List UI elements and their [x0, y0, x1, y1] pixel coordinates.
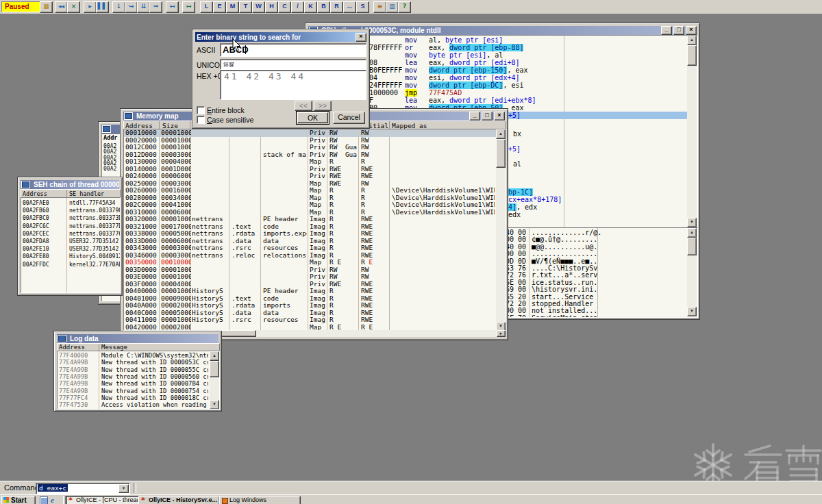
pane-button-b[interactable]: B [317, 1, 330, 13]
memory-map-row[interactable]: 0024000000006000PrivRWERWE [124, 173, 496, 180]
pane-button-t[interactable]: T [239, 1, 252, 13]
seh-row[interactable]: 00A2FE10USER32.77D35142 [21, 245, 120, 253]
chevron-down-icon[interactable]: ▼ [119, 484, 129, 493]
seh-row[interactable]: 00A2FE80HistoryS.00409124 [21, 253, 120, 260]
memory-map-row[interactable]: 0012D00000003000stack of maPrivRW GuarRW [124, 151, 496, 159]
memory-map-table[interactable]: 0001000000001000PrivRWRW0002000000001000… [123, 129, 506, 331]
memory-map-row[interactable]: 0040C00000005000HistoryS.datadataImagRRW… [124, 310, 496, 317]
pane-button-l[interactable]: L [200, 1, 213, 13]
pause-button[interactable]: ▌▌ [96, 1, 109, 13]
pane-button-m[interactable]: M [226, 1, 239, 13]
vertical-scrollbar[interactable]: ▲▼ [496, 129, 506, 331]
memory-map-row[interactable]: 0028000000034000MapRR\Device\HarddiskVol… [124, 194, 496, 202]
start-button[interactable]: Start [1, 496, 36, 504]
search-forward-button[interactable]: >> [314, 101, 332, 111]
seh-row[interactable]: 00A2FAE0ntdll.77F45A34 [21, 199, 120, 207]
restore-button[interactable]: □ [673, 26, 684, 35]
log-titlebar[interactable]: Log data [57, 334, 219, 343]
memory-map-row[interactable]: 0001000000001000PrivRWRW [124, 129, 496, 137]
dialog-titlebar[interactable]: Enter binary string to search for × [195, 32, 366, 42]
taskbar-task-1[interactable]: *OllyICE - [CPU - thread 0... [66, 496, 139, 504]
command-input[interactable]: d eax+c ▼ [36, 483, 130, 494]
windows-list-button[interactable]: ▥ [386, 1, 399, 13]
taskbar-task-3[interactable]: Log Windows [219, 496, 301, 504]
minimize-button[interactable]: _ [661, 26, 672, 35]
pane-button-s[interactable]: S [356, 1, 369, 13]
memory-map-row[interactable]: 003D000000001000PrivRWRW [124, 266, 496, 274]
animate-over-button[interactable]: ⇒ [149, 1, 162, 13]
ascii-input[interactable]: ABCD [220, 43, 366, 57]
memory-map-row[interactable]: 0013000000004000MapRR [124, 158, 496, 166]
vertical-scrollbar[interactable]: ▲▼ [687, 36, 697, 227]
seh-row[interactable]: 00A2FB60nettrans.00337908 [21, 207, 120, 214]
search-back-button[interactable]: << [295, 101, 312, 111]
memory-map-row[interactable]: 0002000000001000PrivRWRW [124, 137, 496, 144]
help-button[interactable]: ? [398, 1, 411, 13]
case-sensitive-checkbox[interactable] [197, 116, 205, 124]
log-row[interactable]: 77F77FC4New thread with ID 0000018C cr [58, 394, 210, 401]
memory-map-row[interactable]: 0040100000009000HistoryS.textcodeImagRRW… [124, 295, 496, 303]
memory-map-row[interactable]: 0040000000001000HistorySPE headerImagRRW… [124, 288, 496, 295]
memory-map-row[interactable]: 0032100000017000nettrans.textcodeImagRRW… [124, 223, 496, 231]
memory-map-row[interactable]: 0041100000001000HistoryS.rsrcresourcesIm… [124, 316, 496, 324]
quicklaunch-ie-icon[interactable]: e [51, 496, 59, 504]
pane-button-e[interactable]: E [213, 1, 226, 13]
log-row[interactable]: 77E4A99BNew thread with ID 0000053C cr [58, 359, 210, 366]
cancel-button[interactable]: Cancel [333, 112, 365, 124]
memory-map-row[interactable]: 0033800000005000nettrans.rdataimports,ex… [124, 230, 496, 238]
scrollbar-thumb[interactable] [687, 238, 697, 255]
memory-map-row[interactable]: 001400000001D000PrivRWERWE [124, 166, 496, 173]
close-program-button[interactable]: × [67, 1, 80, 13]
go-to-address-button[interactable]: ↦ [182, 1, 195, 13]
log-row[interactable]: 77E4A99BNew thread with ID 00000754 cr [58, 388, 210, 394]
unicode-input[interactable]: 䉁䑃 [220, 59, 366, 70]
memory-map-row[interactable]: 0031000000006000MapRR\Device\HarddiskVol… [124, 209, 496, 216]
memory-map-row[interactable]: 002C000000041000MapRR\Device\HarddiskVol… [124, 201, 496, 209]
seh-row[interactable]: 00A2FBC0nettrans.003373D0 [21, 214, 120, 222]
scrollbar-thumb[interactable] [496, 139, 506, 168]
execute-till-return-button[interactable]: ↤ [166, 1, 179, 13]
vertical-scrollbar[interactable]: ▲▼ [687, 228, 697, 316]
seh-row[interactable]: 00A2FCECnettrans.00337764 [21, 230, 120, 238]
memory-map-row[interactable]: 0034600000003000nettrans.relocrelocation… [124, 252, 496, 260]
pane-button-...[interactable]: ... [343, 1, 356, 13]
step-over-button[interactable]: ↪ [125, 1, 138, 13]
memory-map-row[interactable]: 003F000000004000PrivRWERWE [124, 281, 496, 288]
log-row[interactable]: 77E4A99BNew thread with ID 00000560 cr [58, 373, 210, 380]
pane-button-w[interactable]: W [252, 1, 265, 13]
log-row[interactable]: 77F40000Module C:\WINDOWS\system32\ntd [58, 352, 210, 359]
restart-button[interactable]: ◂◂ [55, 1, 68, 13]
memory-map-row[interactable]: 0035000000010000MapR ER E [124, 259, 496, 266]
close-button[interactable]: × [686, 26, 697, 35]
memory-map-row[interactable]: 0033D00000006000nettrans.datadataImagRRW… [124, 238, 496, 245]
memory-map-row[interactable]: 0040A00000002000HistoryS.rdataimportsIma… [124, 302, 496, 310]
ok-button[interactable]: OK [297, 112, 328, 123]
minimize-button[interactable]: _ [469, 112, 480, 121]
restore-button[interactable]: □ [482, 112, 493, 121]
dialog-close-button[interactable]: × [356, 33, 366, 42]
seh-row[interactable]: 00A2FFDCkernel32.77E70ABC [21, 261, 120, 268]
scrollbar-thumb[interactable] [687, 45, 697, 66]
open-button[interactable]: ▦ [40, 1, 53, 13]
animate-into-button[interactable]: ⇊ [137, 1, 150, 13]
taskbar-task-2[interactable]: *OllyICE - HistorySvr.e... [138, 496, 220, 504]
memory-map-row[interactable]: 003E000000001000PrivRWRW [124, 273, 496, 281]
pane-button-c[interactable]: C [278, 1, 291, 13]
log-table[interactable]: 77F40000Module C:\WINDOWS\system32\ntd77… [57, 351, 220, 410]
pane-button-r[interactable]: R [330, 1, 343, 13]
memory-map-row[interactable]: 0025000000003000MapRWERW [124, 180, 496, 188]
seh-row[interactable]: 00A2FC6Cnettrans.003377DC [21, 223, 120, 230]
log-row[interactable]: 77E4A99BNew thread with ID 000007B4 cr [58, 380, 210, 387]
seh-table[interactable]: 00A2FAE0ntdll.77F45A3400A2FB60nettrans.0… [21, 197, 121, 293]
seh-titlebar[interactable]: SEH chain of thread 0000053C [21, 180, 119, 189]
pane-button-/[interactable]: / [291, 1, 304, 13]
log-row[interactable]: 77E4A99BNew thread with ID 0000055C cr [58, 366, 210, 373]
log-row[interactable]: 77F47530Access violation when reading [58, 401, 210, 408]
seh-row[interactable]: 00A2FDA8USER32.77D35142 [21, 238, 120, 245]
memory-map-row[interactable]: 0032000000001000nettransPE headerImagRRW… [124, 216, 496, 223]
log-list-button[interactable]: ≡ [373, 1, 386, 13]
close-button[interactable]: × [494, 112, 505, 121]
vertical-scrollbar[interactable]: ▲▼ [210, 351, 219, 409]
memory-map-row[interactable]: 0034300000003000nettrans.rsrcresourcesIm… [124, 244, 496, 252]
step-into-button[interactable]: ↓ [112, 1, 125, 13]
